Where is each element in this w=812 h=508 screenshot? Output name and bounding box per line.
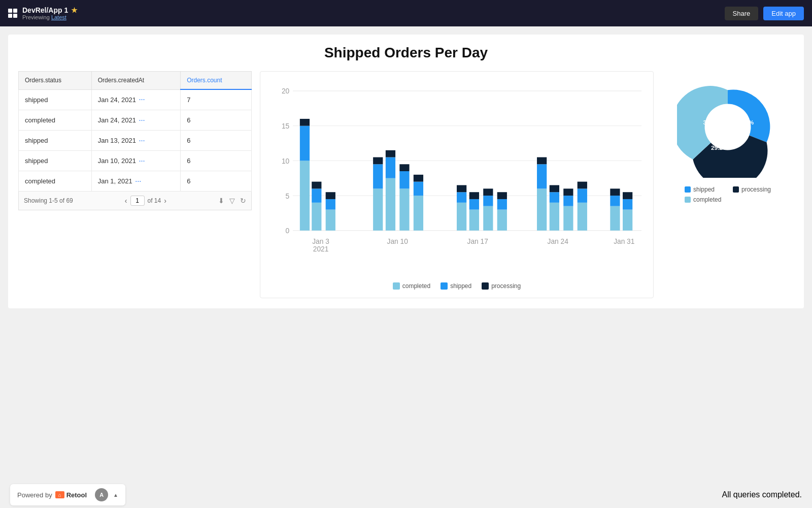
cell-count: 6	[181, 131, 252, 151]
next-page-button[interactable]: ›	[164, 197, 166, 205]
main-card: Shipped Orders Per Day Orders.status Ord…	[8, 35, 804, 308]
svg-rect-29	[414, 182, 423, 196]
svg-rect-21	[373, 157, 383, 165]
svg-rect-42	[497, 192, 507, 199]
pie-legend-shipped: shipped	[685, 186, 723, 193]
svg-rect-25	[399, 188, 409, 230]
svg-rect-13	[312, 203, 321, 231]
svg-rect-58	[623, 210, 632, 231]
svg-rect-27	[399, 164, 409, 171]
svg-rect-47	[550, 192, 559, 203]
table-section: Orders.status Orders.createdAt Orders.co…	[18, 71, 252, 210]
svg-point-67	[705, 104, 751, 150]
svg-rect-44	[537, 164, 547, 188]
svg-rect-10	[300, 161, 310, 230]
retool-logo: Retool	[55, 491, 87, 499]
svg-rect-48	[550, 185, 559, 192]
svg-rect-55	[610, 206, 620, 231]
col-created-at[interactable]: Orders.createdAt	[91, 72, 180, 90]
avatar[interactable]: A	[95, 488, 108, 501]
table-row[interactable]: shipped Jan 10, 2021 ··· 6	[19, 151, 252, 171]
more-dots[interactable]: ···	[139, 158, 145, 164]
app-title: DevRel/App 1 ★	[22, 6, 78, 14]
more-dots[interactable]: ···	[139, 117, 145, 123]
cell-count: 6	[181, 110, 252, 131]
cell-count: 6	[181, 171, 252, 192]
latest-link[interactable]: Latest	[51, 14, 66, 20]
svg-text:32.7%: 32.7%	[703, 119, 720, 126]
svg-text:20: 20	[282, 87, 290, 95]
completed-color-dot	[393, 282, 400, 290]
svg-rect-45	[537, 157, 547, 165]
table-row[interactable]: shipped Jan 13, 2021 ··· 6	[19, 131, 252, 151]
filter-icon[interactable]: ▽	[229, 197, 235, 205]
pie-legend: shipped processing completed	[685, 186, 771, 203]
cell-status: shipped	[19, 131, 92, 151]
cell-status: shipped	[19, 89, 92, 110]
col-count[interactable]: Orders.count	[181, 72, 252, 90]
cell-date: Jan 24, 2021 ···	[91, 110, 180, 131]
svg-rect-34	[469, 210, 479, 231]
retool-label: Retool	[66, 491, 87, 499]
prev-page-button[interactable]: ‹	[125, 197, 127, 205]
svg-text:Jan 10: Jan 10	[387, 238, 409, 245]
pie-shipped-dot	[685, 186, 691, 193]
svg-text:38.1%: 38.1%	[737, 119, 754, 126]
svg-text:Jan 31: Jan 31	[614, 238, 634, 245]
svg-rect-33	[457, 185, 466, 192]
table-row[interactable]: completed Jan 24, 2021 ··· 6	[19, 110, 252, 131]
svg-text:Jan 17: Jan 17	[467, 238, 488, 245]
cell-count: 7	[181, 89, 252, 110]
cell-date: Jan 24, 2021 ···	[91, 89, 180, 110]
svg-rect-24	[386, 150, 395, 157]
page-title: Shipped Orders Per Day	[18, 45, 794, 61]
date-value: Jan 1, 2021	[98, 177, 132, 185]
svg-rect-57	[610, 188, 620, 196]
chevron-down-icon[interactable]: ▲	[113, 492, 118, 498]
retool-icon	[55, 491, 64, 498]
legend-processing: processing	[482, 282, 521, 290]
content-row: Orders.status Orders.createdAt Orders.co…	[18, 71, 794, 298]
bar-chart-section: 20 15 10 5 0	[260, 71, 654, 298]
svg-rect-52	[578, 203, 587, 231]
svg-rect-43	[537, 188, 547, 230]
page-total: of 14	[148, 197, 161, 204]
pie-completed-dot	[685, 197, 691, 203]
cell-status: completed	[19, 110, 92, 131]
svg-rect-23	[386, 157, 395, 178]
svg-rect-56	[610, 196, 620, 206]
app-subtitle: Previewing Latest	[22, 14, 78, 20]
share-button[interactable]: Share	[725, 7, 759, 20]
grid-icon[interactable]	[8, 9, 17, 18]
table-row[interactable]: completed Jan 1, 2021 ··· 6	[19, 171, 252, 192]
legend-shipped-label: shipped	[450, 282, 471, 290]
col-status[interactable]: Orders.status	[19, 72, 92, 90]
svg-rect-41	[497, 199, 507, 210]
legend-completed-label: completed	[402, 282, 430, 290]
download-icon[interactable]: ⬇	[218, 197, 224, 205]
cell-date: Jan 10, 2021 ···	[91, 151, 180, 171]
pie-shipped-label: shipped	[693, 186, 715, 193]
star-icon[interactable]: ★	[71, 6, 78, 14]
page-input[interactable]	[130, 196, 145, 206]
table-row[interactable]: shipped Jan 24, 2021 ··· 7	[19, 89, 252, 110]
pie-processing-dot	[733, 186, 739, 193]
shipped-color-dot	[441, 282, 448, 290]
svg-rect-31	[457, 203, 466, 231]
refresh-icon[interactable]: ↻	[240, 197, 246, 205]
pie-chart-section: 38.1% 29.2% 32.7% shipped processing	[662, 71, 794, 208]
more-dots[interactable]: ···	[139, 97, 145, 103]
queries-status: All queries completed.	[722, 490, 802, 499]
chart-legend: completed shipped processing	[268, 282, 645, 290]
pie-processing-label: processing	[741, 186, 771, 193]
svg-rect-28	[414, 196, 423, 231]
more-dots[interactable]: ···	[139, 138, 145, 144]
bar-chart-svg: 20 15 10 5 0	[268, 80, 645, 275]
svg-text:5: 5	[286, 193, 290, 200]
svg-rect-17	[326, 199, 335, 210]
more-dots[interactable]: ···	[136, 178, 142, 184]
svg-text:2021: 2021	[313, 245, 329, 253]
topbar: DevRel/App 1 ★ Previewing Latest Share E…	[0, 0, 812, 26]
pie-chart-svg: 38.1% 29.2% 32.7%	[677, 76, 779, 178]
edit-app-button[interactable]: Edit app	[763, 7, 804, 20]
